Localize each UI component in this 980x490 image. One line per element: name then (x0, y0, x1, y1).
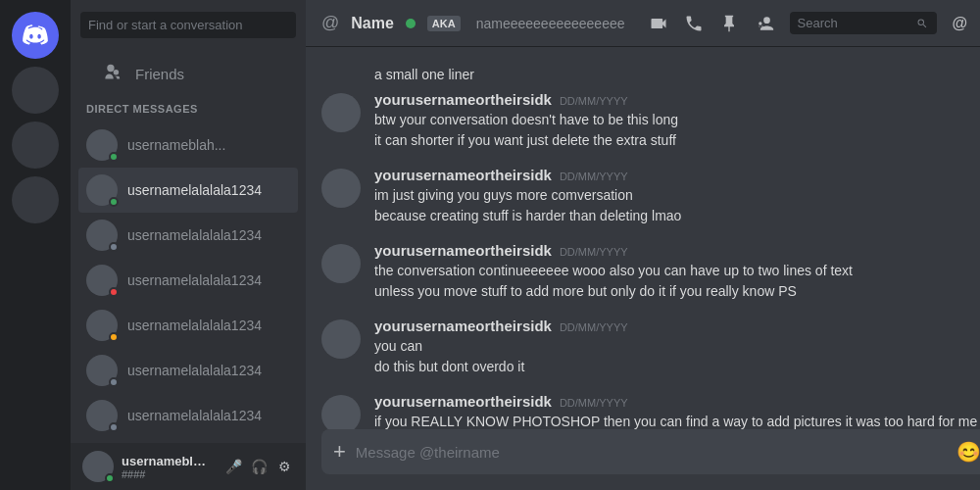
direct-messages-label: DIRECT MESSAGES (71, 97, 306, 119)
friends-item[interactable]: Friends (78, 50, 298, 97)
dm-avatar (86, 129, 118, 161)
at-symbol: @ (321, 13, 339, 33)
header-status-dot (406, 19, 416, 28)
message-group: yourusernameortheirsidkDD/MM/YYYYbtw you… (306, 87, 980, 155)
pin-icon[interactable] (719, 14, 739, 33)
dm-username: usernameblah... (127, 137, 225, 153)
message-avatar (321, 395, 361, 429)
message-content: yourusernameortheirsidkDD/MM/YYYYyou can… (374, 318, 980, 377)
message-line: im just giving you guys more comversatio… (374, 185, 980, 206)
header-nickname: nameeeeeeeeeeeeeeee (476, 16, 625, 31)
dm-username: usernamelalalala1234 (127, 272, 262, 288)
dm-list-item[interactable]: usernamelalalala1234 (78, 393, 298, 438)
sidebar-controls: 🎤 🎧 ⚙ (223, 457, 294, 476)
message-header: yourusernameortheirsidkDD/MM/YYYY (374, 91, 980, 108)
message-input[interactable] (356, 433, 947, 471)
add-attachment-button[interactable]: + (333, 429, 346, 474)
message-group: yourusernameortheirsidkDD/MM/YYYYim just… (306, 163, 980, 230)
current-username: usernameblah... (122, 454, 210, 468)
message-text: a small one liner (374, 67, 474, 82)
dm-list-item[interactable]: usernamelalalala1234 (78, 258, 298, 303)
header-aka-badge: AKA (427, 16, 461, 31)
message-continuation: a small one liner (306, 63, 980, 87)
dm-avatar (86, 400, 118, 431)
dm-avatar (86, 220, 118, 251)
dm-list-item[interactable]: usernamelalalala1234 (78, 168, 298, 213)
message-content: yourusernameortheirsidkDD/MM/YYYYim just… (374, 167, 980, 226)
current-user-info: usernameblah... #### (122, 454, 216, 480)
message-group: yourusernameortheirsidkDD/MM/YYYYif you … (306, 389, 980, 429)
message-line: do this but dont overdo it (374, 357, 980, 377)
status-dot (109, 422, 119, 432)
dm-avatar (86, 265, 118, 296)
message-username: yourusernameortheirsidk (374, 242, 552, 259)
discord-home-icon[interactable] (12, 12, 59, 59)
dm-search-input[interactable] (80, 12, 296, 38)
friends-icon (94, 58, 125, 89)
status-dot (109, 287, 119, 297)
message-content: yourusernameortheirsidkDD/MM/YYYYbtw you… (374, 91, 980, 151)
message-avatar (321, 244, 361, 283)
dm-username: usernamelalalala1234 (127, 227, 262, 243)
message-header: yourusernameortheirsidkDD/MM/YYYY (374, 393, 980, 410)
message-avatar (321, 319, 361, 359)
server-sidebar (0, 0, 71, 490)
message-timestamp: DD/MM/YYYY (560, 95, 628, 107)
message-timestamp: DD/MM/YYYY (560, 321, 628, 333)
dm-search-container (71, 0, 306, 50)
message-header: yourusernameortheirsidkDD/MM/YYYY (374, 318, 980, 334)
message-content: yourusernameortheirsidkDD/MM/YYYYif you … (374, 393, 980, 429)
message-avatar (321, 93, 361, 132)
phone-call-icon[interactable] (684, 14, 704, 33)
search-icon (916, 17, 928, 30)
dm-list-item[interactable]: usernamelalalala1234 (78, 348, 298, 393)
dm-list-item[interactable]: usernamelalalala1234 (78, 213, 298, 258)
dm-list: usernameblah...usernamelalalala1234usern… (71, 119, 306, 443)
message-line: the conversation continueeeeee wooo also… (374, 261, 980, 281)
current-user-avatar (82, 451, 114, 482)
dm-username: usernamelalalala1234 (127, 408, 262, 423)
header-username: Name (351, 15, 394, 32)
video-call-icon[interactable] (649, 14, 668, 33)
status-dot (109, 242, 119, 252)
message-input-box: + 😊 (321, 429, 980, 474)
headset-icon[interactable]: 🎧 (249, 457, 269, 476)
header-icons: @ ? (649, 12, 980, 34)
server-avatar-2[interactable] (12, 122, 59, 169)
settings-icon[interactable]: ⚙ (274, 457, 294, 476)
message-line: btw your conversation doesn't have to be… (374, 110, 980, 130)
server-avatar-1[interactable] (12, 67, 59, 114)
message-username: yourusernameortheirsidk (374, 91, 552, 108)
dm-avatar (86, 174, 118, 206)
message-line: it can shorter if you want just delete t… (374, 130, 980, 151)
message-username: yourusernameortheirsidk (374, 167, 552, 183)
friends-label: Friends (135, 66, 184, 82)
header-search-box (790, 12, 937, 34)
status-dot (109, 197, 119, 207)
dm-sidebar: Friends DIRECT MESSAGES usernameblah...u… (71, 0, 306, 490)
messages-area: a small one lineryourusernameortheirsidk… (306, 47, 980, 429)
message-group: yourusernameortheirsidkDD/MM/YYYYthe con… (306, 238, 980, 306)
message-line: if you REALLY KNOW PHOTOSHOP then you ca… (374, 412, 980, 429)
add-friend-icon[interactable] (755, 14, 774, 33)
status-dot (109, 332, 119, 342)
status-dot (109, 377, 119, 387)
current-user-tag: #### (122, 468, 216, 480)
dm-avatar (86, 355, 118, 386)
message-timestamp: DD/MM/YYYY (560, 397, 628, 409)
emoji-button[interactable]: 😊 (956, 440, 980, 464)
header-search-input[interactable] (798, 16, 911, 30)
message-avatar (321, 169, 361, 208)
message-username: yourusernameortheirsidk (374, 393, 552, 410)
dm-username: usernamelalalala1234 (127, 363, 262, 378)
message-header: yourusernameortheirsidkDD/MM/YYYY (374, 167, 980, 183)
mentions-icon[interactable]: @ (953, 15, 968, 32)
dm-list-item[interactable]: usernamelalalala1234 (78, 438, 298, 443)
sidebar-user-bar: usernameblah... #### 🎤 🎧 ⚙ (71, 443, 306, 490)
message-content: yourusernameortheirsidkDD/MM/YYYYthe con… (374, 242, 980, 302)
dm-list-item[interactable]: usernamelalalala1234 (78, 303, 298, 348)
dm-list-item[interactable]: usernameblah... (78, 122, 298, 168)
mic-icon[interactable]: 🎤 (223, 457, 243, 476)
message-username: yourusernameortheirsidk (374, 318, 552, 334)
server-avatar-3[interactable] (12, 176, 59, 223)
